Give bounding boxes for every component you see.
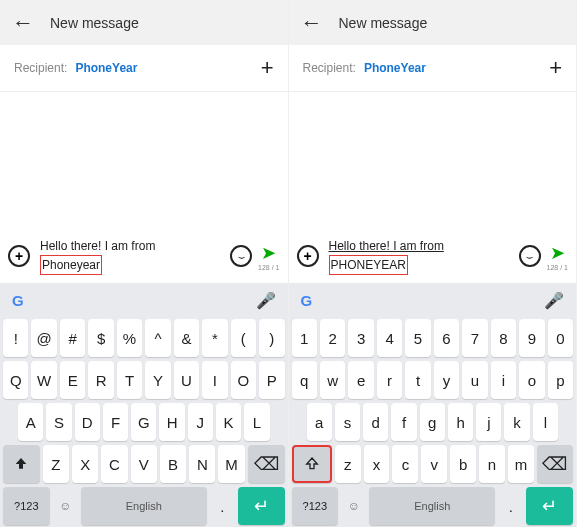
message-area[interactable] <box>0 92 288 229</box>
key[interactable]: K <box>216 403 241 441</box>
key[interactable]: c <box>392 445 418 483</box>
key[interactable]: z <box>335 445 361 483</box>
key[interactable]: C <box>101 445 127 483</box>
key[interactable]: H <box>159 403 184 441</box>
key[interactable]: i <box>491 361 516 399</box>
key[interactable]: f <box>391 403 416 441</box>
key[interactable]: $ <box>88 319 113 357</box>
space-key[interactable]: English <box>369 487 495 525</box>
key[interactable]: x <box>364 445 390 483</box>
key[interactable]: 6 <box>434 319 459 357</box>
key[interactable]: l <box>533 403 558 441</box>
key[interactable]: a <box>307 403 332 441</box>
shift-key[interactable] <box>3 445 40 483</box>
backspace-key[interactable]: ⌫ <box>248 445 285 483</box>
key[interactable]: T <box>117 361 142 399</box>
mic-icon[interactable]: 🎤 <box>544 291 564 310</box>
key[interactable]: 8 <box>491 319 516 357</box>
key[interactable]: e <box>348 361 373 399</box>
key[interactable]: m <box>508 445 534 483</box>
key[interactable]: 0 <box>548 319 573 357</box>
backspace-key[interactable]: ⌫ <box>537 445 573 483</box>
key[interactable]: b <box>450 445 476 483</box>
add-recipient-icon[interactable]: + <box>549 55 562 81</box>
key[interactable]: 9 <box>519 319 544 357</box>
key[interactable]: v <box>421 445 447 483</box>
send-icon[interactable]: ➤ <box>261 242 276 264</box>
key[interactable]: y <box>434 361 459 399</box>
symbols-key[interactable]: ?123 <box>3 487 50 525</box>
key[interactable]: D <box>75 403 100 441</box>
recipient-row[interactable]: Recipient: PhoneYear + <box>0 45 288 92</box>
send-icon[interactable]: ➤ <box>550 242 565 264</box>
period-key[interactable]: . <box>498 487 523 525</box>
recipient-chip[interactable]: PhoneYear <box>364 61 426 75</box>
key[interactable]: j <box>476 403 501 441</box>
enter-key[interactable]: ↵ <box>526 487 573 525</box>
recipient-row[interactable]: Recipient: PhoneYear + <box>289 45 577 92</box>
key[interactable]: k <box>504 403 529 441</box>
enter-key[interactable]: ↵ <box>238 487 285 525</box>
key[interactable]: 1 <box>292 319 317 357</box>
key[interactable]: 2 <box>320 319 345 357</box>
key[interactable]: q <box>292 361 317 399</box>
key[interactable]: B <box>160 445 186 483</box>
key[interactable]: R <box>88 361 113 399</box>
message-input[interactable]: Hello there! I am from Phoneyear <box>36 235 224 277</box>
key[interactable]: M <box>218 445 244 483</box>
back-icon[interactable]: ← <box>301 10 323 36</box>
key[interactable]: P <box>259 361 284 399</box>
key[interactable]: F <box>103 403 128 441</box>
google-icon[interactable]: G <box>12 292 24 309</box>
key[interactable]: ) <box>259 319 284 357</box>
period-key[interactable]: . <box>210 487 235 525</box>
space-key[interactable]: English <box>81 487 207 525</box>
key[interactable]: d <box>363 403 388 441</box>
key[interactable]: & <box>174 319 199 357</box>
key[interactable]: ! <box>3 319 28 357</box>
emoji-key[interactable]: ☺ <box>53 487 78 525</box>
key[interactable]: G <box>131 403 156 441</box>
message-area[interactable] <box>289 92 577 229</box>
key[interactable]: % <box>117 319 142 357</box>
back-icon[interactable]: ← <box>12 10 34 36</box>
shift-key[interactable] <box>292 445 332 483</box>
attach-icon[interactable]: + <box>297 245 319 267</box>
key[interactable]: p <box>548 361 573 399</box>
key[interactable]: Q <box>3 361 28 399</box>
key[interactable]: 3 <box>348 319 373 357</box>
key[interactable]: A <box>18 403 43 441</box>
key[interactable]: n <box>479 445 505 483</box>
mic-icon[interactable]: 🎤 <box>256 291 276 310</box>
key[interactable]: S <box>46 403 71 441</box>
google-icon[interactable]: G <box>301 292 313 309</box>
key[interactable]: I <box>202 361 227 399</box>
key[interactable]: * <box>202 319 227 357</box>
key[interactable]: w <box>320 361 345 399</box>
key[interactable]: # <box>60 319 85 357</box>
emoji-icon[interactable]: ⌣ <box>519 245 541 267</box>
key[interactable]: V <box>131 445 157 483</box>
key[interactable]: r <box>377 361 402 399</box>
message-input[interactable]: Hello there! I am from PHONEYEAR <box>325 235 513 277</box>
key[interactable]: Z <box>43 445 69 483</box>
emoji-icon[interactable]: ⌣ <box>230 245 252 267</box>
key[interactable]: t <box>405 361 430 399</box>
key[interactable]: U <box>174 361 199 399</box>
key[interactable]: L <box>244 403 269 441</box>
key[interactable]: E <box>60 361 85 399</box>
key[interactable]: ^ <box>145 319 170 357</box>
key[interactable]: 4 <box>377 319 402 357</box>
key[interactable]: g <box>420 403 445 441</box>
key[interactable]: Y <box>145 361 170 399</box>
key[interactable]: O <box>231 361 256 399</box>
key[interactable]: J <box>188 403 213 441</box>
key[interactable]: s <box>335 403 360 441</box>
emoji-key[interactable]: ☺ <box>341 487 366 525</box>
key[interactable]: N <box>189 445 215 483</box>
add-recipient-icon[interactable]: + <box>261 55 274 81</box>
key[interactable]: W <box>31 361 56 399</box>
key[interactable]: o <box>519 361 544 399</box>
key[interactable]: 7 <box>462 319 487 357</box>
key[interactable]: X <box>72 445 98 483</box>
